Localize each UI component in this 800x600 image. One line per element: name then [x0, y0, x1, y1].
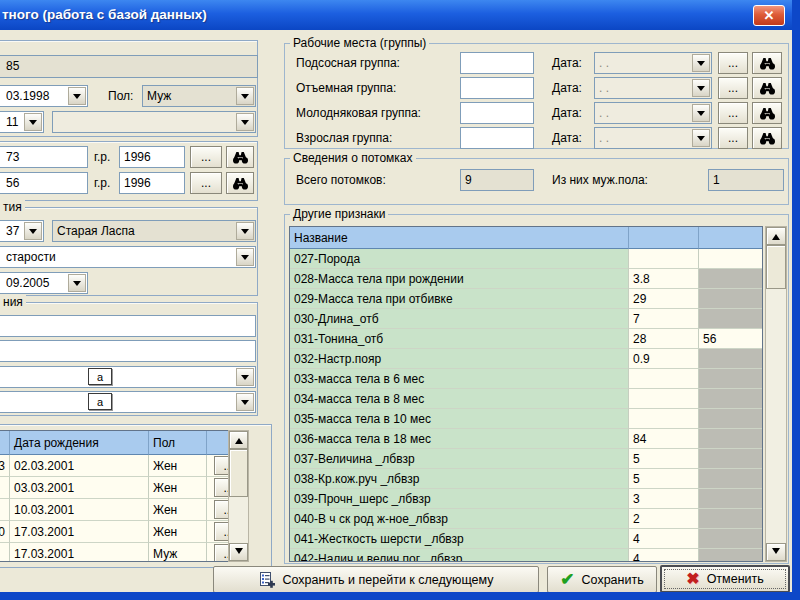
dropdown-arrow[interactable]: [236, 393, 254, 411]
trait-value1-cell[interactable]: 4: [629, 549, 699, 562]
children-scrollbar[interactable]: [228, 430, 249, 562]
trait-value1-cell[interactable]: 3: [629, 489, 699, 509]
work-group-search-button[interactable]: [752, 77, 782, 99]
father-year-input[interactable]: 1996: [119, 146, 185, 168]
table-row[interactable]: 040-В ч ск род ж-ное_лбвзр 2: [290, 509, 762, 529]
dropdown-arrow[interactable]: [236, 248, 254, 266]
dropdown-arrow[interactable]: [692, 54, 710, 72]
dropdown-arrow[interactable]: [24, 222, 42, 240]
work-group-search-button[interactable]: [752, 52, 782, 74]
birth-date-combo[interactable]: 03.1998: [0, 85, 88, 107]
trait-value1-cell[interactable]: 29: [629, 289, 699, 309]
cancel-button[interactable]: ✖ Отменить: [660, 565, 790, 593]
traits-scrollbar[interactable]: [765, 226, 787, 562]
scroll-up-button[interactable]: [766, 227, 786, 245]
trait-value1-cell[interactable]: 28: [629, 329, 699, 349]
table-row[interactable]: 032-Настр.пояр 0.9: [290, 349, 762, 369]
trait-value2-cell[interactable]: [699, 249, 762, 269]
trait-value1-cell[interactable]: [629, 389, 699, 409]
table-row[interactable]: 0 17.03.2001 Жен ...: [0, 521, 249, 543]
trait-value1-cell[interactable]: [629, 249, 699, 269]
work-group-date-combo[interactable]: . .: [594, 52, 712, 74]
trait-value1-cell[interactable]: 2: [629, 509, 699, 529]
trait-value1-cell[interactable]: [629, 369, 699, 389]
code-combo[interactable]: 11: [0, 111, 44, 133]
close-button[interactable]: ✕: [753, 5, 785, 26]
dropdown-arrow[interactable]: [236, 222, 254, 240]
trait-value1-cell[interactable]: 3.8: [629, 269, 699, 289]
sex-combo[interactable]: Муж: [142, 85, 256, 107]
table-row[interactable]: 036-масса тела в 18 мес 84: [290, 429, 762, 449]
work-group-input[interactable]: [460, 127, 534, 149]
trait-value1-cell[interactable]: 4: [629, 529, 699, 549]
work-group-browse-button[interactable]: ...: [718, 102, 748, 124]
table-row[interactable]: 03.03.2001 Жен ...: [0, 477, 249, 499]
mother-id-input[interactable]: 56: [0, 172, 88, 194]
document-a-icon[interactable]: a: [88, 368, 112, 385]
father-id-input[interactable]: 73: [0, 146, 88, 168]
farm-code-combo[interactable]: 37: [0, 220, 44, 242]
table-row[interactable]: 037-Величина _лбвзр 5: [290, 449, 762, 469]
trait-value1-cell[interactable]: 5: [629, 469, 699, 489]
scrollbar-thumb[interactable]: [766, 245, 786, 289]
table-row[interactable]: 027-Порода: [290, 249, 762, 269]
work-group-search-button[interactable]: [752, 102, 782, 124]
document-combo-1[interactable]: [0, 366, 256, 388]
document-a-icon[interactable]: a: [88, 393, 112, 410]
work-group-date-combo[interactable]: . .: [594, 102, 712, 124]
scroll-down-button[interactable]: [766, 543, 786, 561]
table-row[interactable]: 10.03.2001 Жен ...: [0, 499, 249, 521]
dropdown-arrow[interactable]: [692, 129, 710, 147]
trait-value1-cell[interactable]: 0.9: [629, 349, 699, 369]
table-row[interactable]: 034-масса тела в 8 мес: [290, 389, 762, 409]
note-input-1[interactable]: [0, 315, 256, 337]
father-browse-button[interactable]: ...: [190, 146, 222, 168]
table-row[interactable]: 3 02.03.2001 Жен ...: [0, 455, 249, 477]
table-row[interactable]: 035-масса тела в 10 мес: [290, 409, 762, 429]
scrollbar-thumb[interactable]: [229, 449, 248, 497]
leave-date-combo[interactable]: 09.2005: [0, 272, 88, 294]
work-group-input[interactable]: [460, 52, 534, 74]
dropdown-arrow[interactable]: [68, 87, 86, 105]
trait-value1-cell[interactable]: 84: [629, 429, 699, 449]
table-row[interactable]: 033-масса тела в 6 мес: [290, 369, 762, 389]
farm-name-combo[interactable]: Старая Ласпа: [52, 220, 256, 242]
work-group-input[interactable]: [460, 77, 534, 99]
dropdown-arrow[interactable]: [236, 87, 254, 105]
dropdown-arrow[interactable]: [692, 79, 710, 97]
work-group-browse-button[interactable]: ...: [718, 127, 748, 149]
save-next-button[interactable]: Сохранить и перейти к следующему: [213, 566, 539, 593]
dropdown-arrow[interactable]: [236, 368, 254, 386]
father-search-button[interactable]: [226, 146, 254, 168]
table-row[interactable]: 038-Кр.кож.руч _лбвзр 5: [290, 469, 762, 489]
mother-browse-button[interactable]: ...: [190, 172, 222, 194]
empty-combo[interactable]: [52, 111, 256, 133]
work-group-search-button[interactable]: [752, 127, 782, 149]
table-row[interactable]: 17.03.2001 Муж ...: [0, 543, 249, 562]
note-input-2[interactable]: [0, 340, 256, 362]
table-row[interactable]: 039-Прочн_шерс _лбвзр 3: [290, 489, 762, 509]
trait-value1-cell[interactable]: 5: [629, 449, 699, 469]
scroll-up-button[interactable]: [229, 431, 248, 449]
table-row[interactable]: 029-Масса тела при отбивке 29: [290, 289, 762, 309]
mother-search-button[interactable]: [226, 172, 254, 194]
table-row[interactable]: 030-Длина_отб 7: [290, 309, 762, 329]
table-row[interactable]: 041-Жесткость шерсти _лбвзр 4: [290, 529, 762, 549]
work-group-browse-button[interactable]: ...: [718, 77, 748, 99]
trait-value1-cell[interactable]: [629, 409, 699, 429]
dropdown-arrow[interactable]: [692, 104, 710, 122]
dropdown-arrow[interactable]: [68, 274, 86, 292]
save-button[interactable]: ✔ Сохранить: [547, 566, 657, 593]
document-combo-2[interactable]: [0, 391, 256, 413]
dropdown-arrow[interactable]: [24, 113, 42, 131]
scroll-down-button[interactable]: [229, 543, 248, 561]
dropdown-arrow[interactable]: [236, 113, 254, 131]
work-group-input[interactable]: [460, 102, 534, 124]
trait-value2-cell[interactable]: 56: [699, 329, 762, 349]
work-group-date-combo[interactable]: . .: [594, 77, 712, 99]
table-row[interactable]: 028-Масса тела при рождении 3.8: [290, 269, 762, 289]
work-group-date-combo[interactable]: . .: [594, 127, 712, 149]
table-row[interactable]: 031-Тонина_отб 28 56: [290, 329, 762, 349]
leave-reason-combo[interactable]: старости: [0, 246, 256, 268]
work-group-browse-button[interactable]: ...: [718, 52, 748, 74]
